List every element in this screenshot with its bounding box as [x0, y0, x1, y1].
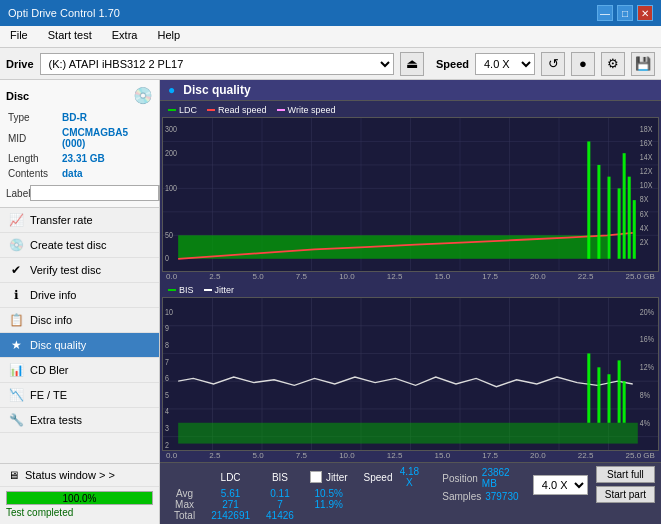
progress-text: 100.0%	[7, 492, 152, 504]
speed-select-group: 4.0 X	[533, 475, 588, 495]
disc-mid-row: MID CMCMAGBA5 (000)	[8, 126, 151, 150]
test-speed-select[interactable]: 4.0 X	[533, 475, 588, 495]
eject-button[interactable]: ⏏	[400, 52, 424, 76]
charts-area: LDC Read speed Write speed	[160, 101, 661, 462]
svg-rect-33	[618, 188, 621, 258]
legend-write-speed: Write speed	[277, 105, 336, 115]
write-speed-legend-label: Write speed	[288, 105, 336, 115]
menu-extra[interactable]: Extra	[106, 28, 144, 45]
top-chart-legend: LDC Read speed Write speed	[162, 103, 659, 117]
max-bis: 7	[258, 499, 302, 510]
sidebar-item-fe-te[interactable]: 📉 FE / TE	[0, 383, 159, 408]
speed-select[interactable]: 4.0 X	[475, 53, 535, 75]
sidebar-item-extra-tests[interactable]: 🔧 Extra tests	[0, 408, 159, 433]
sidebar-item-verify-test-disc[interactable]: ✔ Verify test disc	[0, 258, 159, 283]
stats-header-row: LDC BIS ✓ Jitter Speed 4.18 X	[166, 466, 430, 488]
drive-info-icon: ℹ	[8, 288, 24, 302]
svg-rect-35	[628, 177, 631, 259]
create-test-disc-icon: 💿	[8, 238, 24, 252]
disc-label-label: Label	[6, 188, 30, 199]
svg-text:2X: 2X	[640, 237, 649, 247]
bottom-chart-svg: 10 9 8 7 6 5 4 3 2 20% 16% 12% 8%	[163, 298, 658, 451]
svg-text:4: 4	[165, 405, 169, 416]
drive-select[interactable]: (K:) ATAPI iHBS312 2 PL17	[40, 53, 394, 75]
stats-table: LDC BIS ✓ Jitter Speed 4.18 X	[166, 466, 430, 521]
content-area: ● Disc quality LDC Read speed	[160, 80, 661, 524]
jitter-checkbox[interactable]: ✓	[310, 471, 322, 483]
sidebar-item-transfer-rate[interactable]: 📈 Transfer rate	[0, 208, 159, 233]
sidebar-item-label: Transfer rate	[30, 214, 93, 226]
avg-ldc: 5.61	[203, 488, 258, 499]
refresh-button[interactable]: ↺	[541, 52, 565, 76]
read-speed-legend-label: Read speed	[218, 105, 267, 115]
disc-section-title: Disc	[6, 90, 29, 102]
start-full-button[interactable]: Start full	[596, 466, 655, 483]
svg-text:6X: 6X	[640, 209, 649, 219]
save-button[interactable]: 💾	[631, 52, 655, 76]
nav-items: 📈 Transfer rate 💿 Create test disc ✔ Ver…	[0, 208, 159, 463]
svg-rect-69	[607, 374, 610, 423]
minimize-button[interactable]: —	[597, 5, 613, 21]
sidebar-item-disc-quality[interactable]: ★ Disc quality	[0, 333, 159, 358]
settings-button[interactable]: ⚙	[601, 52, 625, 76]
max-label: Max	[166, 499, 203, 510]
disc-label-input[interactable]	[30, 185, 159, 201]
disc-info-icon: 📋	[8, 313, 24, 327]
sidebar-item-label: FE / TE	[30, 389, 67, 401]
svg-text:6: 6	[165, 372, 169, 383]
svg-text:10: 10	[165, 305, 173, 316]
legend-ldc: LDC	[168, 105, 197, 115]
sidebar-item-disc-info[interactable]: 📋 Disc info	[0, 308, 159, 333]
svg-rect-31	[597, 165, 600, 259]
svg-rect-30	[587, 141, 590, 258]
menu-start-test[interactable]: Start test	[42, 28, 98, 45]
sidebar-item-label: Create test disc	[30, 239, 106, 251]
start-part-button[interactable]: Start part	[596, 486, 655, 503]
content-header: ● Disc quality	[160, 80, 661, 101]
status-area: 🖥 Status window > > 100.0% Test complete…	[0, 463, 159, 524]
speed-label: Speed	[436, 58, 469, 70]
disc-contents-value: data	[62, 167, 151, 180]
svg-rect-34	[623, 153, 626, 259]
svg-rect-68	[597, 367, 600, 422]
sidebar-item-drive-info[interactable]: ℹ Drive info	[0, 283, 159, 308]
bottom-chart-container: BIS Jitter	[162, 283, 659, 461]
maximize-button[interactable]: □	[617, 5, 633, 21]
svg-text:8: 8	[165, 338, 169, 349]
top-chart-x-axis: 0.0 2.5 5.0 7.5 10.0 12.5 15.0 17.5 20.0…	[162, 272, 659, 281]
disc-contents-row: Contents data	[8, 167, 151, 180]
read-speed-legend-dot	[207, 109, 215, 111]
svg-text:16X: 16X	[640, 139, 653, 149]
window-controls: — □ ✕	[597, 5, 653, 21]
jitter-section: ✓ Jitter	[310, 471, 348, 483]
ldc-header: LDC	[203, 466, 258, 488]
disc-quality-icon: ★	[8, 338, 24, 352]
menu-bar: File Start test Extra Help	[0, 26, 661, 48]
sidebar-item-create-test-disc[interactable]: 💿 Create test disc	[0, 233, 159, 258]
disc-length-label: Length	[8, 152, 60, 165]
position-label: Position	[442, 473, 478, 484]
disc-type-value: BD-R	[62, 111, 151, 124]
disc-type-row: Type BD-R	[8, 111, 151, 124]
title-bar: Opti Drive Control 1.70 — □ ✕	[0, 0, 661, 26]
close-button[interactable]: ✕	[637, 5, 653, 21]
svg-text:14X: 14X	[640, 153, 653, 163]
legend-bis: BIS	[168, 285, 194, 295]
status-window-button[interactable]: 🖥 Status window > >	[0, 464, 159, 487]
jitter-legend-dot	[204, 289, 212, 291]
legend-jitter: Jitter	[204, 285, 235, 295]
action-buttons: Start full Start part	[596, 466, 655, 503]
verify-test-disc-icon: ✔	[8, 263, 24, 277]
burn-button[interactable]: ●	[571, 52, 595, 76]
avg-label: Avg	[166, 488, 203, 499]
svg-text:3: 3	[165, 421, 169, 432]
sidebar-item-cd-bler[interactable]: 📊 CD Bler	[0, 358, 159, 383]
samples-label: Samples	[442, 491, 481, 502]
menu-file[interactable]: File	[4, 28, 34, 45]
sidebar-item-label: Drive info	[30, 289, 76, 301]
legend-read-speed: Read speed	[207, 105, 267, 115]
ldc-legend-label: LDC	[179, 105, 197, 115]
top-chart: 300 200 100 50 0 18X 16X 14X 12X 10X 8X …	[162, 117, 659, 272]
top-chart-container: LDC Read speed Write speed	[162, 103, 659, 281]
menu-help[interactable]: Help	[151, 28, 186, 45]
